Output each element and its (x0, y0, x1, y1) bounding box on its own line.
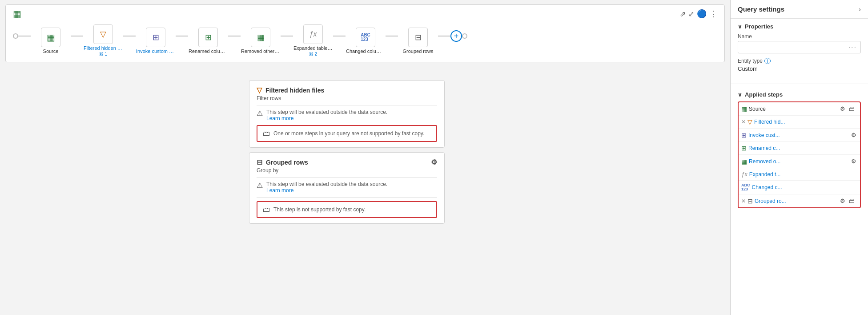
name-input[interactable]: ··· (738, 41, 861, 53)
invoke-gear-icon[interactable]: ⚙ (850, 131, 857, 139)
sidebar-chevron-icon[interactable]: › (859, 6, 861, 13)
source-gear-icon[interactable]: ⚙ (839, 105, 846, 113)
applied-step-name-changed: Changed c... (752, 184, 858, 190)
entity-type-info-icon[interactable]: i (764, 58, 771, 64)
step-icon-renamed[interactable]: ⊞ (198, 28, 218, 47)
applied-step-name-renamed: Renamed c... (748, 145, 857, 151)
pipeline-start-node (13, 33, 18, 39)
step-filtered[interactable]: ▽ Filtered hidden fi... ⛓ 1 (83, 24, 123, 57)
expand-icon[interactable]: ⤢ (688, 10, 694, 18)
applied-step-filtered[interactable]: ✕ ▽ Filtered hid... (739, 116, 860, 129)
pipeline-container: ▦ ⇗ ⤢ 🔵 ⋮ ▦ Source (5, 4, 725, 62)
step-label-expanded: Expanded table c... (293, 45, 333, 51)
applied-step-name-expanded: Expanded t... (749, 171, 857, 178)
source-actions: ⚙ 🗃 (839, 105, 856, 113)
warning-icon-filtered: ⚠ (257, 109, 263, 117)
warning-text-grouped: This step will be evaluated outside the … (266, 181, 387, 187)
sidebar-title: Query settings (738, 5, 784, 13)
applied-step-renamed[interactable]: ⊞ Renamed c... (739, 142, 860, 155)
properties-section: ∨ Properties Name ··· Entity type i Cust… (731, 19, 868, 81)
step-label-removed: Removed other c... (241, 48, 280, 54)
step-label-grouped: Grouped rows (402, 48, 433, 54)
applied-step-name-filtered: Filtered hid... (754, 119, 857, 125)
applied-steps-caret: ∨ (738, 91, 742, 98)
fast-copy-warning-grouped: 🗃 This step is not supported by fast cop… (257, 201, 437, 218)
warning-row-grouped: ⚠ This step will be evaluated outside th… (257, 181, 437, 194)
filtered-delete-icon[interactable]: ✕ (741, 119, 746, 125)
connector-8 (438, 36, 450, 45)
step-icon-changed[interactable]: ABC123 (356, 28, 375, 47)
step-icon-source[interactable]: ▦ (41, 28, 60, 47)
popup-area: ▽ Filtered hidden files Filter rows ⚠ Th… (249, 80, 445, 224)
name-label: Name (738, 33, 861, 40)
grouped-gear-icon[interactable]: ⚙ (431, 158, 437, 166)
applied-step-removed[interactable]: ▦ Removed o... ⚙ (739, 155, 860, 168)
properties-header[interactable]: ∨ Properties (738, 23, 861, 30)
grouped-fastcopy-icon: 🗃 (848, 197, 856, 205)
step-label-filtered: Filtered hidden fi... (84, 45, 123, 51)
step-icon-invoke[interactable]: ⊞ (146, 28, 165, 47)
step-label-source: Source (43, 48, 59, 54)
applied-step-icon-removed: ▦ (741, 158, 747, 165)
step-label-invoke: Invoke custom fu... (136, 48, 175, 54)
step-icon-expanded[interactable]: ƒx (303, 24, 323, 44)
step-grouped[interactable]: ⊟ Grouped rows (398, 28, 438, 54)
connector-0 (18, 36, 31, 45)
step-source[interactable]: ▦ Source (31, 28, 71, 54)
warning-icon-grouped: ⚠ (257, 181, 263, 190)
applied-step-icon-renamed: ⊞ (741, 145, 747, 152)
source-fastcopy-icon: 🗃 (848, 105, 856, 113)
main-area: ▦ ⇗ ⤢ 🔵 ⋮ ▦ Source (0, 0, 730, 315)
grouped-delete-icon[interactable]: ✕ (741, 198, 746, 204)
applied-step-icon-invoke: ⊞ (741, 132, 747, 139)
blue-circle-icon[interactable]: 🔵 (697, 9, 707, 19)
entity-type-value: Custom (738, 65, 861, 72)
step-removed[interactable]: ▦ Removed other c... (241, 28, 281, 54)
name-input-more[interactable]: ··· (848, 43, 857, 51)
applied-step-name-invoke: Invoke cust... (748, 132, 848, 138)
properties-caret: ∨ (738, 23, 742, 30)
share-icon[interactable]: ⇗ (680, 10, 686, 18)
separator-1 (257, 105, 437, 105)
step-badge-filtered: ⛓ 1 (99, 52, 107, 57)
warning-text-filtered: This step will be evaluated outside the … (266, 109, 387, 115)
popup-filtered-title: ▽ Filtered hidden files (257, 86, 437, 94)
applied-step-name-source: Source (749, 106, 837, 112)
applied-step-icon-expanded: ƒx (741, 171, 747, 178)
connector-6 (333, 36, 346, 45)
properties-label: Properties (745, 23, 773, 30)
table-icon: ▦ (13, 8, 21, 19)
step-badge-expanded: ⛓ 2 (309, 52, 317, 57)
applied-step-source[interactable]: ▦ Source ⚙ 🗃 (739, 102, 860, 116)
fast-copy-icon-grouped: 🗃 (263, 206, 270, 214)
learn-more-grouped[interactable]: Learn more (266, 187, 293, 194)
applied-steps-section: ∨ Applied steps ▦ Source ⚙ 🗃 ✕ (731, 87, 868, 213)
entity-type-label-row: Entity type i (738, 58, 861, 64)
learn-more-filtered[interactable]: Learn more (266, 115, 293, 121)
popup-grouped-title: ⊟ Grouped rows ⚙ (257, 158, 437, 166)
popup-grouped-subtitle: Group by (257, 167, 437, 174)
applied-step-icon-source: ▦ (741, 105, 747, 113)
step-label-renamed: Renamed columns (189, 48, 228, 54)
step-expanded[interactable]: ƒx Expanded table c... ⛓ 2 (293, 24, 333, 57)
applied-step-changed[interactable]: ABC123 Changed c... (739, 181, 860, 194)
entity-type-label: Entity type (738, 58, 763, 64)
applied-step-grouped[interactable]: ✕ ⊟ Grouped ro... ⚙ 🗃 (739, 194, 860, 207)
grouped-gear-icon[interactable]: ⚙ (839, 197, 846, 205)
applied-step-expanded[interactable]: ƒx Expanded t... (739, 168, 860, 181)
step-icon-grouped[interactable]: ⊟ (408, 28, 428, 47)
step-renamed[interactable]: ⊞ Renamed columns (188, 28, 228, 54)
applied-steps-list: ▦ Source ⚙ 🗃 ✕ ▽ Filtered hid... (738, 101, 861, 208)
applied-steps-header[interactable]: ∨ Applied steps (738, 91, 861, 98)
applied-step-invoke[interactable]: ⊞ Invoke cust... ⚙ (739, 129, 860, 142)
more-options-icon[interactable]: ⋮ (709, 9, 717, 19)
connector-7 (386, 36, 398, 45)
connector-5 (281, 36, 293, 45)
step-icon-removed[interactable]: ▦ (251, 28, 270, 47)
step-changed[interactable]: ABC123 Changed column... (346, 28, 386, 54)
add-step-button[interactable]: + (450, 30, 462, 42)
step-icon-filtered[interactable]: ▽ (93, 24, 113, 44)
step-invoke[interactable]: ⊞ Invoke custom fu... (136, 28, 176, 54)
separator-2 (257, 177, 437, 178)
removed-gear-icon[interactable]: ⚙ (850, 158, 857, 165)
